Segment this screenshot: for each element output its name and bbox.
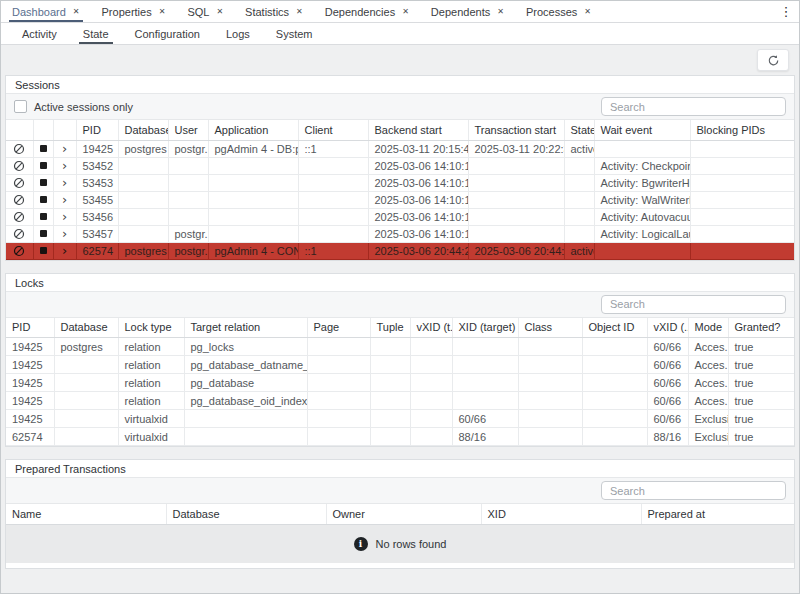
tab-close-icon[interactable]: ✕ — [402, 8, 409, 16]
tab-properties[interactable]: Properties ✕ — [91, 1, 177, 22]
cell-transaction-start — [468, 174, 564, 191]
terminate-session-button[interactable] — [34, 243, 53, 259]
lock-row[interactable]: 19425 relation pg_database_datname_ind..… — [6, 356, 794, 374]
lock-row[interactable]: 19425 postgres relation pg_locks 60/66 A — [6, 338, 794, 356]
terminate-session-button[interactable] — [34, 141, 53, 157]
column-header-database[interactable]: Database — [54, 318, 118, 338]
subtab-configuration[interactable]: Configuration — [122, 23, 213, 44]
terminate-session-button[interactable] — [34, 192, 53, 208]
cell-state — [564, 157, 594, 174]
cancel-query-button[interactable] — [6, 209, 33, 225]
subtab-logs[interactable]: Logs — [213, 23, 263, 44]
cancel-query-button[interactable] — [6, 192, 33, 208]
column-header-xid-target[interactable]: XID (target) — [452, 318, 518, 338]
subtab-state[interactable]: State — [70, 23, 122, 44]
terminate-cell — [33, 242, 53, 259]
column-header-blocking-pids[interactable]: Blocking PIDs — [690, 120, 794, 140]
column-header-owner[interactable]: Owner — [326, 504, 481, 524]
tab-close-icon[interactable]: ✕ — [584, 8, 591, 16]
tab-sql[interactable]: SQL ✕ — [176, 1, 234, 22]
cell-vxid-target — [410, 410, 452, 428]
column-header-mode[interactable]: Mode — [688, 318, 728, 338]
cancel-query-button[interactable] — [6, 158, 33, 174]
column-header-granted[interactable]: Granted? — [728, 318, 794, 338]
sessions-search-input[interactable] — [601, 97, 786, 116]
active-sessions-checkbox[interactable] — [14, 100, 27, 113]
tab-close-icon[interactable]: ✕ — [159, 8, 166, 16]
expand-row-button[interactable]: › — [54, 175, 76, 191]
column-header-object-id[interactable]: Object ID — [582, 318, 647, 338]
cell-vxid-owner: 60/66 — [647, 356, 688, 374]
lock-row[interactable]: 19425 relation pg_database_oid_index 60/… — [6, 392, 794, 410]
column-header-state[interactable]: State — [564, 120, 594, 140]
tab-close-icon[interactable]: ✕ — [73, 8, 80, 16]
column-header-tuple[interactable]: Tuple — [370, 318, 410, 338]
tab-dashboard[interactable]: Dashboard ✕ — [1, 1, 91, 22]
refresh-button[interactable] — [757, 49, 789, 71]
column-header-database[interactable]: Database — [118, 120, 168, 140]
session-row[interactable]: › 53457 postgr... 2025-03-06 14:10:11 ..… — [6, 225, 794, 242]
column-header-wait-event[interactable]: Wait event — [594, 120, 690, 140]
lock-row[interactable]: 19425 relation pg_database 60/66 Acces. — [6, 374, 794, 392]
column-header-user[interactable]: User — [168, 120, 208, 140]
cell-backend-start: 2025-03-06 14:10:11 ... — [368, 157, 468, 174]
expand-row-button[interactable]: › — [54, 158, 76, 174]
tab-close-icon[interactable]: ✕ — [216, 8, 223, 16]
tab-processes[interactable]: Processes ✕ — [515, 1, 602, 22]
expand-row-button[interactable]: › — [54, 243, 76, 259]
expand-row-button[interactable]: › — [54, 192, 76, 208]
lock-row[interactable]: 62574 virtualxid 88/16 88/16 Exclusi... — [6, 428, 794, 446]
cell-client — [298, 157, 368, 174]
column-header-target-relation[interactable]: Target relation — [184, 318, 307, 338]
tab-dependencies[interactable]: Dependencies ✕ — [314, 1, 420, 22]
terminate-session-button[interactable] — [34, 158, 53, 174]
terminate-session-button[interactable] — [34, 226, 53, 242]
session-row[interactable]: › 53452 2025-03-06 14:10:11 ... Acti — [6, 157, 794, 174]
column-header-xid[interactable]: XID — [481, 504, 641, 524]
column-header-pid[interactable]: PID — [6, 318, 54, 338]
cancel-query-button[interactable] — [6, 141, 33, 157]
expand-row-button[interactable]: › — [54, 209, 76, 225]
expand-row-button[interactable]: › — [54, 141, 76, 157]
cancel-query-button[interactable] — [6, 226, 33, 242]
column-header-page[interactable]: Page — [307, 318, 370, 338]
column-header-vxid-target[interactable]: vXID (t... — [410, 318, 452, 338]
cancel-query-button[interactable] — [6, 243, 33, 259]
session-row[interactable]: › 62574 postgres postgr... pgAdmin 4 - C… — [6, 242, 794, 259]
locks-search-input[interactable] — [601, 295, 786, 314]
tab-statistics[interactable]: Statistics ✕ — [234, 1, 314, 22]
subtab-system[interactable]: System — [263, 23, 326, 44]
main-tabbar: Dashboard ✕ Properties ✕ SQL ✕ Statistic… — [1, 1, 799, 23]
sessions-table: PID Database User Application Client Bac… — [6, 120, 794, 260]
subtab-activity[interactable]: Activity — [9, 23, 70, 44]
lock-row[interactable]: 19425 virtualxid 60/66 60/66 Exclusi... — [6, 410, 794, 428]
cancel-query-button[interactable] — [6, 175, 33, 191]
column-header-client[interactable]: Client — [298, 120, 368, 140]
column-header-pid[interactable]: PID — [76, 120, 118, 140]
expand-row-button[interactable]: › — [54, 226, 76, 242]
session-row[interactable]: › 53456 2025-03-06 14:10:11 ... Acti — [6, 208, 794, 225]
terminate-cell — [33, 157, 53, 174]
column-header-lock-type[interactable]: Lock type — [118, 318, 184, 338]
tab-close-icon[interactable]: ✕ — [497, 8, 504, 16]
column-header-vxid-owner[interactable]: vXID (... — [647, 318, 688, 338]
column-header-prepared-at[interactable]: Prepared at — [641, 504, 794, 524]
column-header-transaction-start[interactable]: Transaction start — [468, 120, 564, 140]
cell-class — [518, 338, 582, 356]
cell-pid: 53452 — [76, 157, 118, 174]
tab-dependents[interactable]: Dependents ✕ — [420, 1, 515, 22]
terminate-session-button[interactable] — [34, 209, 53, 225]
prepared-search-input[interactable] — [601, 481, 786, 500]
column-header-application[interactable]: Application — [208, 120, 298, 140]
column-header-class[interactable]: Class — [518, 318, 582, 338]
session-row[interactable]: › 53455 2025-03-06 14:10:11 ... Acti — [6, 191, 794, 208]
column-header-database[interactable]: Database — [166, 504, 326, 524]
overflow-menu-icon[interactable]: ⋮ — [773, 1, 799, 22]
tab-close-icon[interactable]: ✕ — [296, 8, 303, 16]
cell-state — [564, 225, 594, 242]
column-header-name[interactable]: Name — [6, 504, 166, 524]
terminate-session-button[interactable] — [34, 175, 53, 191]
session-row[interactable]: › 19425 postgres postgr... pgAdmin 4 - D… — [6, 140, 794, 157]
session-row[interactable]: › 53453 2025-03-06 14:10:11 ... Acti — [6, 174, 794, 191]
column-header-backend-start[interactable]: Backend start — [368, 120, 468, 140]
